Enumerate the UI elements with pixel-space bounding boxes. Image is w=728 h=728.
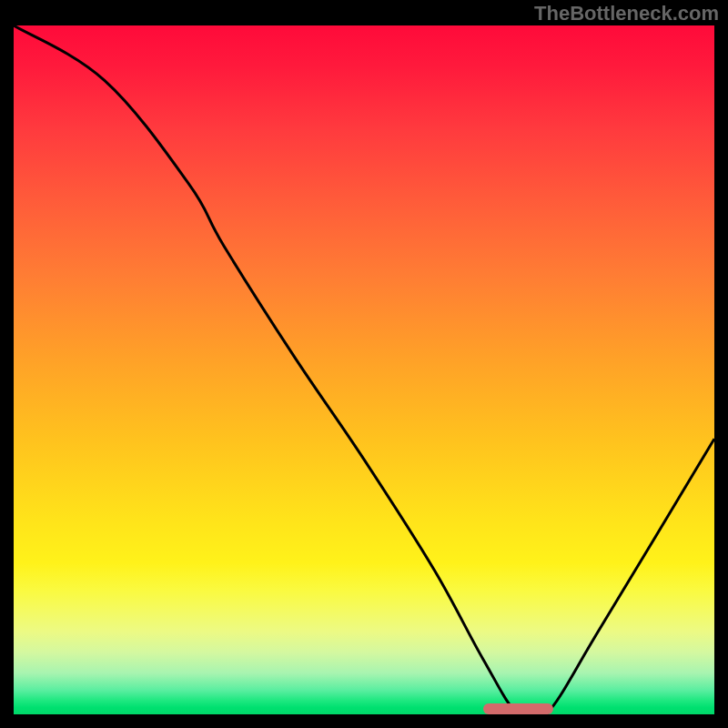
bottleneck-curve	[14, 25, 714, 714]
watermark-text: TheBottleneck.com	[534, 2, 719, 25]
plot-area	[14, 25, 714, 714]
optimum-marker	[483, 703, 553, 714]
chart-frame: TheBottleneck.com	[0, 0, 728, 728]
